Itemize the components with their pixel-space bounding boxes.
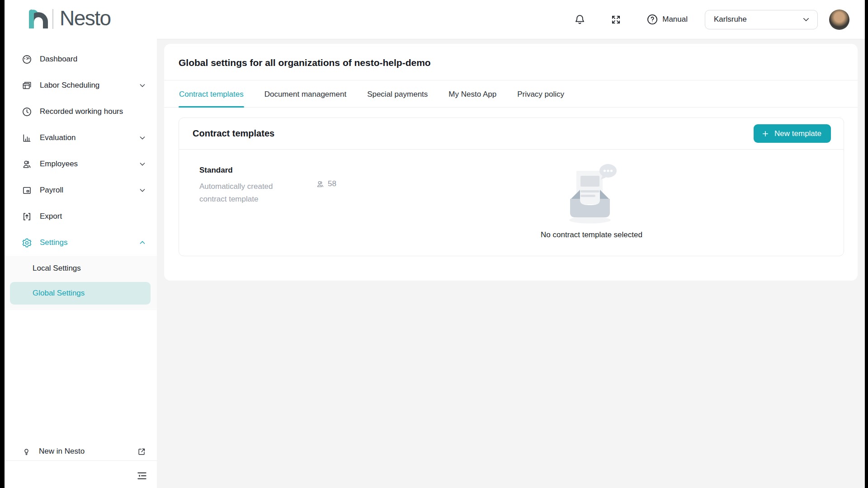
sidebar-item-label: Settings [40, 238, 139, 247]
clock-icon [22, 107, 32, 117]
nesto-logo: Nesto [27, 6, 111, 32]
settings-submenu: Local Settings Global Settings [5, 256, 157, 310]
new-in-nesto-label: New in Nesto [39, 447, 137, 456]
sidebar-item-label: Payroll [40, 186, 139, 195]
schedule-grid-icon [22, 80, 32, 91]
empty-state-text: No contract template selected [541, 230, 642, 239]
gear-icon [22, 238, 32, 248]
template-name: Standard [199, 166, 326, 175]
top-bar: Nesto [5, 0, 865, 39]
location-dropdown-value: Karlsruhe [714, 15, 747, 24]
sidebar-item-labor-scheduling[interactable]: Labor Scheduling [5, 72, 157, 99]
sidebar-item-dashboard[interactable]: Dashboard [5, 46, 157, 72]
chevron-down-icon [139, 82, 146, 89]
sidebar-item-label: Recorded working hours [40, 107, 146, 116]
logo-divider [52, 9, 53, 29]
tab-my-nesto-app[interactable]: My Nesto App [448, 80, 497, 107]
nesto-logo-mark-icon [27, 9, 48, 29]
plus-icon [761, 130, 769, 138]
people-icon [22, 159, 32, 169]
sidebar-item-label: Employees [40, 160, 139, 169]
global-settings-panel: Global settings for all organizations of… [164, 44, 858, 281]
notifications-bell-icon[interactable] [573, 13, 586, 26]
tab-special-payments[interactable]: Special payments [367, 80, 428, 107]
page-title: Global settings for all organizations of… [179, 57, 843, 68]
sidebar-item-label: Local Settings [33, 264, 81, 273]
main-content: Global settings for all organizations of… [157, 39, 865, 488]
template-employee-count: 58 [316, 179, 336, 188]
card-body: Standard Automatically created contract … [179, 150, 844, 256]
new-in-nesto-link[interactable]: New in Nesto [5, 441, 157, 462]
lightbulb-icon [22, 447, 31, 456]
sidebar-item-export[interactable]: Export [5, 203, 157, 230]
sidebar-item-global-settings[interactable]: Global Settings [10, 282, 151, 305]
gauge-icon [22, 54, 32, 65]
template-list-item[interactable]: Standard Automatically created contract … [199, 166, 326, 206]
export-icon [22, 211, 32, 222]
chevron-down-icon [139, 187, 146, 194]
user-avatar[interactable] [829, 9, 849, 30]
manual-label: Manual [662, 15, 688, 24]
tab-contract-templates[interactable]: Contract templates [179, 80, 244, 107]
sidebar-item-settings[interactable]: Settings [5, 230, 157, 256]
tab-bar: Contract templates Document management S… [164, 80, 858, 108]
sidebar-item-label: Dashboard [40, 55, 146, 64]
employee-count-value: 58 [328, 179, 336, 188]
sidebar-item-payroll[interactable]: Payroll [5, 177, 157, 203]
sidebar-item-label: Evaluation [40, 133, 139, 142]
chevron-down-icon [139, 134, 146, 141]
sidebar-item-label: Global Settings [33, 289, 85, 298]
manual-help-link[interactable]: Manual [646, 14, 688, 25]
new-template-button[interactable]: New template [754, 124, 831, 143]
template-description: Automatically created contract template [199, 180, 290, 206]
panel-header: Global settings for all organizations of… [164, 44, 858, 80]
sidebar-footer-divider [5, 460, 157, 461]
location-dropdown[interactable]: Karlsruhe [705, 10, 818, 29]
sidebar-nav: Dashboard Labor Scheduling Recorded wor [5, 39, 157, 310]
sidebar-item-label: Labor Scheduling [40, 81, 139, 90]
external-link-icon [137, 447, 146, 456]
logo-wordmark: Nesto [60, 8, 111, 30]
tab-privacy-policy[interactable]: Privacy policy [517, 80, 565, 107]
fullscreen-icon[interactable] [609, 13, 622, 26]
bar-chart-icon [22, 133, 32, 143]
contract-templates-card: Contract templates New template Standard… [179, 117, 844, 256]
sidebar-item-label: Export [40, 212, 146, 221]
topbar-controls: Manual Karlsruhe [573, 0, 849, 39]
chevron-up-icon [139, 239, 146, 246]
chevron-down-icon [139, 160, 146, 168]
new-template-button-label: New template [774, 129, 821, 138]
sidebar-item-employees[interactable]: Employees [5, 151, 157, 177]
empty-inbox-illustration [563, 164, 621, 224]
sidebar-item-local-settings[interactable]: Local Settings [5, 256, 157, 281]
help-circle-icon [646, 14, 658, 25]
payroll-card-icon [22, 185, 32, 196]
chevron-down-icon [802, 15, 810, 23]
card-title: Contract templates [193, 128, 274, 139]
collapse-sidebar-icon[interactable] [136, 470, 148, 482]
sidebar: Dashboard Labor Scheduling Recorded wor [5, 39, 157, 488]
sidebar-item-recorded-working-hours[interactable]: Recorded working hours [5, 99, 157, 125]
sidebar-item-evaluation[interactable]: Evaluation [5, 125, 157, 151]
card-header: Contract templates New template [179, 118, 844, 150]
tab-document-management[interactable]: Document management [264, 80, 347, 107]
empty-state: No contract template selected [340, 150, 844, 256]
people-icon [316, 180, 325, 188]
app-window: Nesto [5, 0, 865, 488]
